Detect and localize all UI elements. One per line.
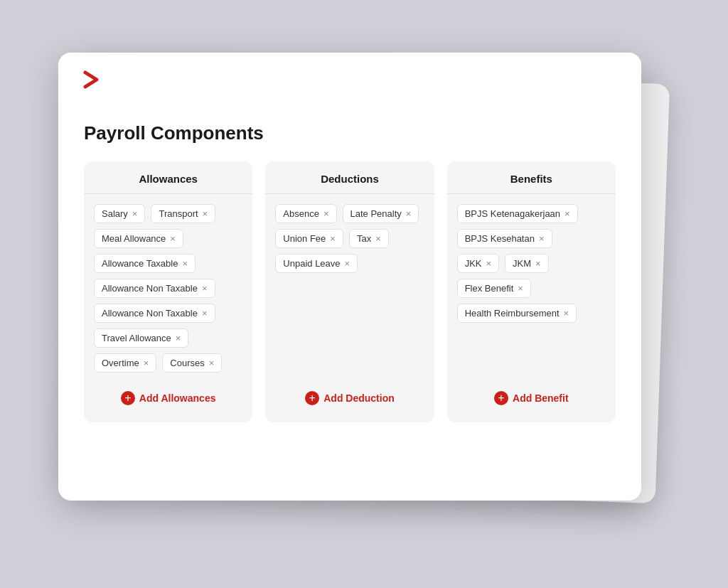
tag-row: Meal Allowance× xyxy=(94,229,242,248)
tag-label: Allowance Non Taxable xyxy=(102,283,198,294)
tag[interactable]: Transport× xyxy=(151,204,215,223)
tag[interactable]: Health Reimbursement× xyxy=(457,304,577,323)
tag-row: Unpaid Leave× xyxy=(275,254,424,273)
column-deductions: DeductionsAbsence×Late Penalty×Union Fee… xyxy=(265,161,434,422)
tag-remove-icon[interactable]: × xyxy=(539,234,545,243)
tag-remove-icon[interactable]: × xyxy=(182,259,188,268)
columns-container: AllowancesSalary×Transport×Meal Allowanc… xyxy=(84,161,616,422)
scene: Payroll Components AllowancesSalary×Tran… xyxy=(58,53,670,536)
tag[interactable]: Absence× xyxy=(275,204,336,223)
tag-row: BPJS Ketenagakerjaan× xyxy=(457,204,606,223)
tag-label: Courses xyxy=(170,358,204,368)
column-header-deductions: Deductions xyxy=(265,161,434,194)
add-button-label: Add Benefit xyxy=(513,392,569,404)
add-icon: + xyxy=(494,391,508,405)
tag-remove-icon[interactable]: × xyxy=(330,234,336,243)
tag[interactable]: Meal Allowance× xyxy=(94,229,183,248)
tag-label: Absence xyxy=(283,208,319,219)
tag-label: Union Fee xyxy=(283,233,326,244)
tag-row: JKK×JKM× xyxy=(457,254,606,273)
page-title: Payroll Components xyxy=(84,122,616,144)
tag[interactable]: Union Fee× xyxy=(275,229,343,248)
tag[interactable]: Late Penalty× xyxy=(343,204,419,223)
tag-remove-icon[interactable]: × xyxy=(209,358,215,368)
card-header xyxy=(58,53,641,102)
tag-label: BPJS Kesehatan xyxy=(465,233,535,244)
tag-row: Allowance Non Taxable× xyxy=(94,304,242,323)
tag-row: Allowance Non Taxable× xyxy=(94,279,242,298)
tag-label: Travel Allowance xyxy=(102,333,171,343)
tag[interactable]: Travel Allowance× xyxy=(94,328,188,348)
tag-remove-icon[interactable]: × xyxy=(202,284,208,293)
tag[interactable]: Allowance Taxable× xyxy=(94,254,196,273)
tag-label: JKM xyxy=(513,258,531,269)
tag-remove-icon[interactable]: × xyxy=(144,358,149,368)
column-header-benefits: Benefits xyxy=(447,161,616,194)
tag-label: Overtime xyxy=(102,358,139,368)
tag-remove-icon[interactable]: × xyxy=(486,259,492,268)
tag[interactable]: Allowance Non Taxable× xyxy=(94,279,215,298)
tag-row: BPJS Kesehatan× xyxy=(457,229,606,248)
tag[interactable]: Tax× xyxy=(349,229,389,248)
add-benefits-button[interactable]: +Add Benefit xyxy=(447,385,616,411)
tags-area-benefits: BPJS Ketenagakerjaan×BPJS Kesehatan×JKK×… xyxy=(447,204,616,373)
add-button-label: Add Deduction xyxy=(323,392,395,404)
tag-row: Allowance Taxable× xyxy=(94,254,242,273)
tag-remove-icon[interactable]: × xyxy=(132,209,138,218)
tag[interactable]: Flex Benefit× xyxy=(457,279,531,298)
tag[interactable]: BPJS Ketenagakerjaan× xyxy=(457,204,578,223)
tag-label: Tax xyxy=(357,233,371,244)
tag-row: Overtime×Courses× xyxy=(94,353,242,373)
tags-area-allowances: Salary×Transport×Meal Allowance×Allowanc… xyxy=(84,204,252,373)
tags-area-deductions: Absence×Late Penalty×Union Fee×Tax×Unpai… xyxy=(265,204,434,373)
tag-remove-icon[interactable]: × xyxy=(170,234,176,243)
tag[interactable]: Salary× xyxy=(94,204,145,223)
card-main: Payroll Components AllowancesSalary×Tran… xyxy=(58,53,641,501)
add-allowances-button[interactable]: +Add Allowances xyxy=(84,385,252,411)
tag-remove-icon[interactable]: × xyxy=(518,284,523,293)
column-benefits: BenefitsBPJS Ketenagakerjaan×BPJS Keseha… xyxy=(447,161,616,422)
tag-label: Unpaid Leave xyxy=(283,258,340,269)
tag-label: Health Reimbursement xyxy=(465,308,560,319)
tag-row: Flex Benefit× xyxy=(457,279,606,298)
tag-label: JKK xyxy=(465,258,482,269)
add-deductions-button[interactable]: +Add Deduction xyxy=(265,385,434,411)
tag-label: BPJS Ketenagakerjaan xyxy=(465,208,560,219)
add-icon: + xyxy=(121,391,135,405)
tag[interactable]: JKK× xyxy=(457,254,499,273)
tag[interactable]: BPJS Kesehatan× xyxy=(457,229,552,248)
tag-remove-icon[interactable]: × xyxy=(406,209,412,218)
tag-remove-icon[interactable]: × xyxy=(535,259,541,268)
tag-remove-icon[interactable]: × xyxy=(345,259,350,268)
tag[interactable]: JKM× xyxy=(505,254,549,273)
tag[interactable]: Allowance Non Taxable× xyxy=(94,304,215,323)
tag-remove-icon[interactable]: × xyxy=(375,234,381,243)
add-button-label: Add Allowances xyxy=(139,392,216,404)
card-body: Payroll Components AllowancesSalary×Tran… xyxy=(58,102,641,445)
tag-remove-icon[interactable]: × xyxy=(564,309,569,318)
tag-label: Transport xyxy=(159,208,198,219)
tag-row: Absence×Late Penalty× xyxy=(275,204,424,223)
tag[interactable]: Courses× xyxy=(162,353,222,373)
tag-remove-icon[interactable]: × xyxy=(564,209,570,218)
tag[interactable]: Overtime× xyxy=(94,353,156,373)
column-allowances: AllowancesSalary×Transport×Meal Allowanc… xyxy=(84,161,252,422)
add-icon: + xyxy=(305,391,319,405)
tag-label: Late Penalty xyxy=(350,208,402,219)
tag-remove-icon[interactable]: × xyxy=(203,209,208,218)
tag-remove-icon[interactable]: × xyxy=(176,333,181,343)
tag-row: Health Reimbursement× xyxy=(457,304,606,323)
tag-label: Allowance Taxable xyxy=(102,258,178,269)
tag-label: Meal Allowance xyxy=(102,233,166,244)
logo-icon xyxy=(78,67,104,92)
tag-remove-icon[interactable]: × xyxy=(202,309,208,318)
tag-row: Union Fee×Tax× xyxy=(275,229,424,248)
tag-remove-icon[interactable]: × xyxy=(323,209,329,218)
tag-label: Flex Benefit xyxy=(465,283,514,294)
tag-label: Salary xyxy=(102,208,128,219)
tag[interactable]: Unpaid Leave× xyxy=(275,254,358,273)
tag-label: Allowance Non Taxable xyxy=(102,308,198,319)
tag-row: Travel Allowance× xyxy=(94,328,242,348)
column-header-allowances: Allowances xyxy=(84,161,252,194)
tag-row: Salary×Transport× xyxy=(94,204,242,223)
